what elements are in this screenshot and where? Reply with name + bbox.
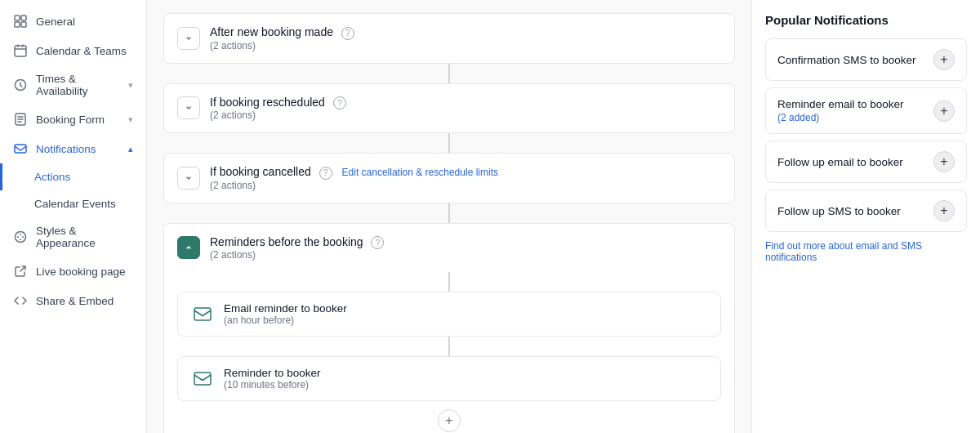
sidebar-item-live-booking-label: Live booking page (36, 266, 126, 278)
sub-action-reminder-booker[interactable]: Reminder to booker (10 minutes before) (177, 356, 721, 401)
add-action-container: + (177, 401, 721, 433)
sidebar-item-times-availability[interactable]: Times & Availability ▾ (0, 65, 146, 105)
svg-rect-1 (21, 16, 26, 20)
grid-icon (13, 14, 28, 29)
section-if-rescheduled-sub: (2 actions) (210, 109, 346, 121)
connector-3 (163, 203, 735, 223)
external-icon (13, 264, 28, 279)
section-if-cancelled-header[interactable]: If booking cancelled ? Edit cancellation… (164, 154, 734, 203)
section-if-rescheduled-title: If booking rescheduled (210, 96, 325, 109)
svg-point-8 (16, 232, 26, 243)
expand-after-new-booking-button[interactable] (177, 27, 200, 50)
sidebar-item-calendar-events[interactable]: Calendar Events (0, 190, 146, 217)
expand-reminders-button[interactable] (177, 236, 200, 259)
add-action-button[interactable]: + (438, 409, 461, 432)
add-followup-email-button[interactable]: + (933, 151, 955, 172)
right-panel: Popular Notifications Confirmation SMS t… (751, 0, 980, 433)
help-icon: ? (319, 167, 332, 180)
sidebar-item-styles-label: Styles & Appearance (36, 225, 133, 249)
notif-followup-email-label: Follow up email to booker (777, 156, 903, 168)
sidebar-item-live-booking[interactable]: Live booking page (0, 257, 146, 286)
svg-rect-4 (15, 46, 26, 56)
edit-cancellation-link[interactable]: Edit cancellation & reschedule limits (342, 167, 498, 178)
help-icon: ? (341, 27, 354, 40)
add-followup-sms-button[interactable]: + (933, 200, 955, 221)
section-if-cancelled-title: If booking cancelled (210, 165, 311, 178)
sidebar-item-booking-form-label: Booking Form (36, 114, 105, 126)
sidebar-item-calendar-teams-label: Calendar & Teams (36, 45, 127, 57)
svg-point-10 (20, 234, 21, 235)
svg-point-12 (20, 239, 21, 240)
notif-item-confirmation-sms: Confirmation SMS to booker + (765, 38, 967, 81)
section-if-rescheduled-header[interactable]: If booking rescheduled ? (2 actions) (164, 84, 734, 133)
svg-point-11 (22, 236, 24, 238)
section-reminders-title: Reminders before the booking (210, 235, 363, 248)
calendar-icon (13, 43, 28, 58)
connector-2 (163, 133, 735, 153)
palette-icon (13, 230, 28, 244)
sidebar-item-general-label: General (36, 16, 75, 28)
svg-rect-14 (194, 373, 211, 385)
sub-actions-reminders: Email reminder to booker (an hour before… (164, 272, 734, 433)
sub-action-email-reminder-sub: (an hour before) (224, 315, 347, 326)
notif-reminder-email-added: (2 added) (777, 112, 904, 123)
section-if-cancelled-sub: (2 actions) (210, 180, 498, 191)
sidebar-item-general[interactable]: General (0, 7, 146, 36)
sidebar-item-share-embed[interactable]: Share & Embed (0, 286, 146, 315)
svg-rect-7 (15, 145, 26, 153)
email-icon (191, 306, 214, 324)
help-icon: ? (333, 96, 346, 109)
notif-item-followup-email: Follow up email to booker + (765, 141, 967, 183)
svg-rect-2 (15, 22, 20, 27)
clock-icon (13, 78, 28, 92)
right-panel-title: Popular Notifications (765, 13, 967, 27)
svg-rect-13 (194, 308, 211, 320)
sidebar-item-calendar-teams[interactable]: Calendar & Teams (0, 36, 146, 65)
svg-point-9 (17, 236, 19, 238)
email-icon-2 (191, 370, 214, 388)
expand-if-cancelled-button[interactable] (177, 167, 200, 190)
section-if-cancelled: If booking cancelled ? Edit cancellation… (163, 153, 735, 203)
notif-reminder-email-label: Reminder email to booker (777, 98, 904, 110)
help-icon: ? (371, 236, 384, 249)
sidebar-item-actions-label: Actions (34, 171, 70, 183)
sidebar-item-notifications[interactable]: Notifications ▴ (0, 134, 146, 163)
sidebar-item-booking-form[interactable]: Booking Form ▾ (0, 105, 146, 134)
notif-item-reminder-email: Reminder email to booker (2 added) + (765, 87, 967, 134)
chevron-down-icon: ▾ (128, 80, 133, 91)
expand-if-rescheduled-button[interactable] (177, 96, 200, 119)
add-reminder-email-button[interactable]: + (933, 100, 955, 122)
sidebar-item-styles[interactable]: Styles & Appearance (0, 217, 146, 257)
section-after-new-booking-header[interactable]: After new booking made ? (2 actions) (164, 14, 734, 63)
notif-footer-link[interactable]: Find out more about email and SMS notifi… (765, 240, 967, 263)
svg-rect-3 (21, 22, 26, 27)
sidebar-item-notifications-label: Notifications (36, 143, 96, 155)
chevron-up-icon: ▴ (128, 144, 133, 154)
section-after-new-booking: After new booking made ? (2 actions) (163, 13, 735, 64)
main-content: After new booking made ? (2 actions) If … (147, 0, 751, 433)
connector-1 (163, 64, 735, 83)
svg-rect-0 (15, 16, 20, 20)
sub-action-reminder-booker-title: Reminder to booker (224, 367, 321, 379)
sub-action-reminder-booker-sub: (10 minutes before) (224, 379, 321, 391)
code-icon (13, 293, 28, 308)
sidebar-item-calendar-events-label: Calendar Events (34, 198, 116, 210)
sidebar: General Calendar & Teams Times & Availab… (0, 0, 147, 433)
section-if-rescheduled: If booking rescheduled ? (2 actions) (163, 83, 735, 134)
notif-confirmation-sms-label: Confirmation SMS to booker (777, 54, 916, 66)
sidebar-item-actions[interactable]: Actions (0, 163, 146, 190)
sub-connector-1 (177, 272, 721, 292)
mail-icon (13, 141, 28, 156)
section-reminders-header[interactable]: Reminders before the booking ? (2 action… (164, 224, 734, 273)
section-after-new-booking-title: After new booking made (210, 25, 333, 38)
sub-connector-2 (177, 337, 721, 356)
section-reminders-sub: (2 actions) (210, 249, 384, 261)
chevron-down-icon: ▾ (128, 114, 133, 125)
notif-item-followup-sms: Follow up SMS to booker + (765, 190, 967, 232)
add-confirmation-sms-button[interactable]: + (933, 49, 955, 70)
sidebar-item-times-label: Times & Availability (36, 73, 120, 97)
sidebar-item-share-embed-label: Share & Embed (36, 295, 114, 307)
sub-action-email-reminder[interactable]: Email reminder to booker (an hour before… (177, 292, 721, 337)
section-reminders: Reminders before the booking ? (2 action… (163, 223, 735, 434)
form-icon (13, 112, 28, 127)
